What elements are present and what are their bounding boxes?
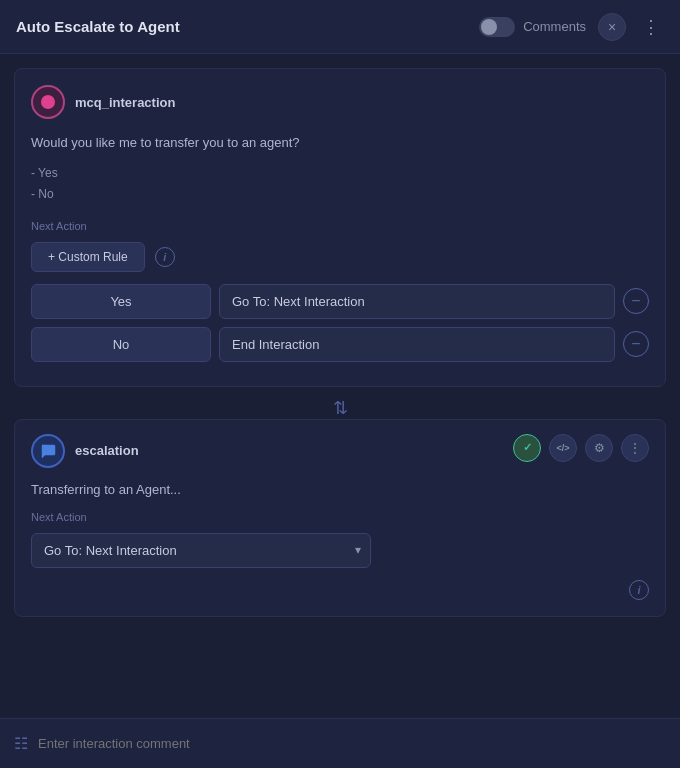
goto-dropdown[interactable]: Go To: Next Interaction End Interaction — [31, 533, 371, 568]
escalation-header: escalation — [31, 434, 139, 468]
toggle-knob — [481, 19, 497, 35]
comments-toggle-wrapper: Comments — [479, 17, 586, 37]
page-title: Auto Escalate to Agent — [16, 18, 180, 35]
mcq-option-yes: - Yes — [31, 163, 649, 185]
minus-icon-no: − — [631, 335, 640, 353]
rule-row-no: No End Interaction − — [31, 327, 649, 362]
mcq-question-section: Would you like me to transfer you to an … — [31, 133, 649, 206]
escalation-top-row: escalation ✓ </> ⚙ ⋮ — [31, 434, 649, 468]
goto-dropdown-wrapper: Go To: Next Interaction End Interaction … — [31, 533, 371, 568]
code-icon: </> — [556, 443, 569, 453]
more-menu-button[interactable]: ⋮ — [638, 12, 664, 42]
escalation-more-icon: ⋮ — [629, 441, 641, 455]
rule-row-yes: Yes Go To: Next Interaction − — [31, 284, 649, 319]
comment-doc-icon: ☷ — [14, 734, 28, 753]
next-action-label-esc: Next Action — [31, 511, 649, 523]
rule-label-no: No — [31, 327, 211, 362]
header-actions: Comments × ⋮ — [479, 12, 664, 42]
check-button[interactable]: ✓ — [513, 434, 541, 462]
gear-icon: ⚙ — [594, 441, 605, 455]
custom-rule-button[interactable]: + Custom Rule — [31, 242, 145, 272]
remove-rule-yes-button[interactable]: − — [623, 288, 649, 314]
mcq-icon-inner — [41, 95, 55, 109]
rule-target-no: End Interaction — [219, 327, 615, 362]
custom-rule-row: + Custom Rule i — [31, 242, 649, 272]
check-icon: ✓ — [523, 441, 532, 454]
comment-input[interactable] — [38, 736, 666, 751]
minus-icon-yes: − — [631, 292, 640, 310]
escalation-message: Transferring to an Agent... — [31, 482, 649, 497]
comments-toggle[interactable] — [479, 17, 515, 37]
escalation-bottom-info: i — [31, 580, 649, 600]
custom-rule-info-icon[interactable]: i — [155, 247, 175, 267]
arrows-icon: ⇅ — [333, 397, 348, 419]
gear-button[interactable]: ⚙ — [585, 434, 613, 462]
mcq-question: Would you like me to transfer you to an … — [31, 133, 649, 153]
escalation-toolbar: ✓ </> ⚙ ⋮ — [513, 434, 649, 462]
mcq-option-no: - No — [31, 184, 649, 206]
code-button[interactable]: </> — [549, 434, 577, 462]
rule-target-yes: Go To: Next Interaction — [219, 284, 615, 319]
remove-rule-no-button[interactable]: − — [623, 331, 649, 357]
comment-bar: ☷ — [0, 718, 680, 768]
close-icon: × — [608, 19, 616, 35]
escalation-card: escalation ✓ </> ⚙ ⋮ Transferring to an … — [14, 419, 666, 617]
mcq-block-header: mcq_interaction — [31, 85, 649, 119]
chat-bubble-icon — [39, 442, 57, 460]
escalation-block-name: escalation — [75, 443, 139, 458]
main-content: mcq_interaction Would you like me to tra… — [0, 54, 680, 768]
divider-arrows-icon: ⇅ — [333, 397, 348, 419]
mcq-block-name: mcq_interaction — [75, 95, 175, 110]
close-button[interactable]: × — [598, 13, 626, 41]
app-header: Auto Escalate to Agent Comments × ⋮ — [0, 0, 680, 54]
rule-label-yes: Yes — [31, 284, 211, 319]
escalation-info-icon[interactable]: i — [629, 580, 649, 600]
mcq-card: mcq_interaction Would you like me to tra… — [14, 68, 666, 387]
more-icon: ⋮ — [642, 17, 660, 37]
escalation-more-button[interactable]: ⋮ — [621, 434, 649, 462]
mcq-block-icon — [31, 85, 65, 119]
escalation-block-icon — [31, 434, 65, 468]
next-action-label-mcq: Next Action — [31, 220, 649, 232]
card-divider: ⇅ — [0, 387, 680, 419]
toggle-label: Comments — [523, 19, 586, 34]
